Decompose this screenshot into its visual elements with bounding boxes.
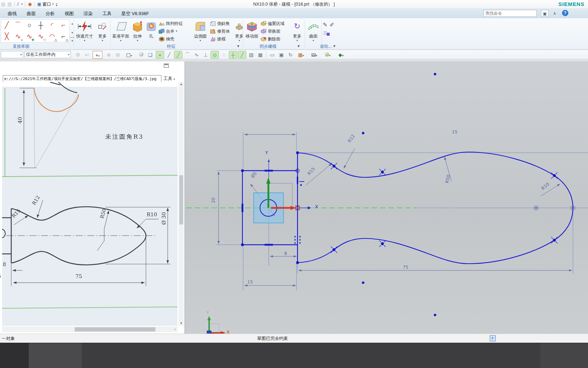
snap-grid-icon[interactable]: ▦ xyxy=(256,51,265,59)
offset-curve-icon[interactable]: ∿□ xyxy=(35,31,46,42)
rotate-view-icon[interactable]: ↻ xyxy=(286,51,295,59)
scrollbar-thumb[interactable] xyxy=(75,327,155,331)
taskbar-segment[interactable] xyxy=(29,343,82,368)
scroll-right-icon[interactable]: › xyxy=(173,327,178,332)
snap-arc-icon[interactable]: ⌒ xyxy=(183,51,192,59)
image-path-input[interactable] xyxy=(3,75,161,83)
gear-curve-icon[interactable]: ✎ xyxy=(323,21,327,28)
sketch-dim-8[interactable]: 8 xyxy=(284,251,287,256)
panel-horizontal-scrollbar[interactable]: › xyxy=(2,327,178,332)
snap-point-icon[interactable]: ⌖ xyxy=(156,51,164,59)
tab-view[interactable]: 视图 xyxy=(60,9,79,18)
tab-tools[interactable]: 工具 xyxy=(98,9,116,18)
edge-blend-button[interactable]: 边倒圆 ▾ xyxy=(192,19,208,42)
feature-group-launcher[interactable]: ▾ xyxy=(237,44,239,48)
paste-icon[interactable]: ▤ xyxy=(1,0,5,8)
quick-trim-icon[interactable]: ╳ xyxy=(1,31,12,42)
scroll-down-icon[interactable]: ▼ xyxy=(179,321,184,326)
move-curve-icon[interactable]: ∿✚ xyxy=(24,31,35,42)
profile-tool-icon[interactable]: ∿● xyxy=(12,31,24,42)
replace-face-button[interactable]: 替换面 xyxy=(260,27,285,35)
fillet-tool-icon[interactable]: ◜ xyxy=(46,20,58,31)
arc-tool-icon[interactable]: ⌒ xyxy=(12,20,24,31)
snapshot-icon[interactable]: ◆▾ xyxy=(335,51,347,59)
panel-tools-button[interactable]: 工具 ▾ xyxy=(163,76,175,82)
tab-analysis[interactable]: 分析 xyxy=(41,9,60,18)
snap-spline-icon[interactable]: ∿ xyxy=(192,51,201,59)
datum-plane-button[interactable]: 基准平面 ▾ xyxy=(112,19,130,42)
move-face-button[interactable]: 移动面 xyxy=(244,19,260,39)
trim-body-button[interactable]: 修剪体 xyxy=(210,27,230,35)
sync-group-launcher[interactable]: ▾ xyxy=(298,44,300,48)
full-screen-icon[interactable]: ▣ xyxy=(541,10,549,17)
search-input[interactable] xyxy=(484,11,541,16)
chamfer-button[interactable]: 倒斜角 xyxy=(210,20,230,27)
datum-csys-icon[interactable]: ⊕ xyxy=(105,51,113,59)
snap-endpoint-icon[interactable]: ╱ xyxy=(165,51,173,59)
draft-button[interactable]: 拔模 xyxy=(210,35,230,43)
gear-sketch-icon[interactable]: ✐ xyxy=(329,21,334,28)
chevron-down-icon[interactable]: ▾ xyxy=(21,3,22,6)
feature-more-button[interactable]: 更多 ▾ xyxy=(233,19,246,42)
unite-button[interactable]: 合并 ▾ xyxy=(159,27,183,35)
rapid-dimension-button[interactable]: 快速尺寸 ▾ xyxy=(74,19,95,42)
command-finder-icon[interactable]: ◉ xyxy=(28,0,32,8)
snap-center-icon[interactable]: ⊙ xyxy=(211,51,219,59)
quick-access-icon[interactable]: ⫽ xyxy=(17,0,19,8)
pattern-feature-button[interactable]: 阵列特征 xyxy=(159,20,183,27)
work-cube-icon[interactable]: ❏ xyxy=(146,51,154,59)
handle-icon[interactable]: ⊞ xyxy=(114,51,122,59)
sync-more-button[interactable]: ↻ 更多 ▾ xyxy=(290,19,305,42)
panel-maximize-icon[interactable] xyxy=(164,64,169,68)
sketch-dim-75[interactable]: 75 xyxy=(403,264,408,270)
sketch-more-button[interactable]: 更多 ▾ xyxy=(95,19,109,42)
os-taskbar[interactable] xyxy=(0,343,588,368)
collapse-icon[interactable]: ▾ xyxy=(56,3,58,7)
shell-button[interactable]: 抽壳 xyxy=(159,35,183,43)
polygon-tool-icon[interactable]: ⌐△ xyxy=(58,31,69,42)
assembly-constraints-icon[interactable]: ⚙ xyxy=(74,51,82,59)
delete-face-button[interactable]: 删除面 xyxy=(260,35,285,43)
snap-face-icon[interactable]: ▧ xyxy=(247,51,255,59)
selection-filter-dropdown[interactable]: ▾ xyxy=(1,51,23,58)
render-style-icon[interactable]: ▾ xyxy=(309,51,320,59)
grid-layout-icon[interactable]: ▦▾ xyxy=(295,51,307,59)
snap-point-on-curve-icon[interactable]: ╱ xyxy=(238,51,246,59)
snap-pole-icon[interactable]: ⊥ xyxy=(201,51,210,59)
point-tool-icon[interactable]: ┼ xyxy=(35,20,46,31)
panel-vertical-scrollbar[interactable]: ▲ ▼ xyxy=(179,82,184,326)
gear-group-launcher[interactable]: ▾ xyxy=(333,44,335,48)
snap-quadrant-icon[interactable]: ◌ xyxy=(220,51,228,59)
shaded-ball-icon[interactable] xyxy=(137,51,145,59)
reference-image-viewport[interactable] xyxy=(2,82,178,326)
zoom-window-icon[interactable]: ▭ xyxy=(268,51,276,59)
line-tool-icon[interactable]: ╱ xyxy=(1,20,12,31)
point-dialog-button[interactable]: +▾ xyxy=(93,51,102,59)
chevron-down-icon[interactable]: ▾ xyxy=(52,3,54,6)
offset-region-button[interactable]: 偏置区域 xyxy=(260,20,285,27)
background-icon[interactable]: ▾ xyxy=(322,51,333,59)
selection-rectangle-icon[interactable]: ▢▾ xyxy=(123,51,135,59)
hole-button[interactable]: 孔 xyxy=(145,19,157,39)
tab-surface[interactable]: 曲面 xyxy=(22,9,41,18)
scroll-up-icon[interactable]: ▲ xyxy=(179,82,184,87)
extrude-button[interactable]: 拉伸 ▾ xyxy=(131,19,145,42)
scrollbar-thumb[interactable] xyxy=(179,175,183,224)
window-menu[interactable]: 窗口 xyxy=(42,1,51,7)
sketch-dim-top15[interactable]: 15 xyxy=(446,129,463,134)
command-search[interactable]: ⌕ xyxy=(483,10,537,17)
snap-midpoint-icon[interactable]: ╱ xyxy=(174,51,182,59)
chamfer-tool-icon[interactable]: ⌐ xyxy=(58,20,69,31)
graphics-area[interactable]: 15 20 8 15 75 R15 R12 R50 R10 Ø5 X Y X Y xyxy=(185,61,588,334)
surface-button[interactable]: 曲面 ▾ xyxy=(306,19,321,42)
gear-list-icon[interactable] xyxy=(323,31,330,37)
status-grid-icon[interactable] xyxy=(490,335,496,341)
sketch-dim-20[interactable]: 20 xyxy=(211,197,216,203)
sketch-dim-bot15[interactable]: 15 xyxy=(247,279,253,284)
move-component-icon[interactable]: ↩ xyxy=(83,51,91,59)
snap-existing-point-icon[interactable]: ┼ xyxy=(229,51,237,59)
clipboard-icon[interactable]: ▤ xyxy=(7,0,12,8)
scope-dropdown[interactable]: 仅在工作部件内▾ xyxy=(25,51,71,58)
minimize-ribbon-icon[interactable]: ∧ xyxy=(551,10,559,17)
tab-curve[interactable]: 曲线 xyxy=(3,9,22,18)
